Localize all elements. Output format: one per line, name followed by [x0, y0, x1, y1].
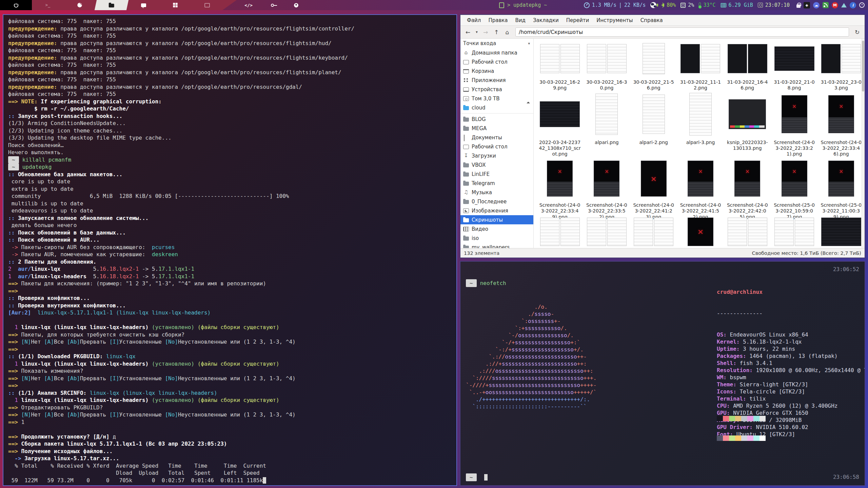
volume-module[interactable]: 80% [661, 2, 676, 8]
up-button[interactable]: ↑ [492, 28, 501, 37]
file-item[interactable]: ksnip_20220323-130133.png [724, 91, 771, 157]
sidebar-item-Загрузки[interactable]: ↧Загрузки [460, 151, 533, 160]
folder-icon [463, 237, 469, 241]
diamond-icon[interactable]: ◈ [804, 2, 810, 8]
menu-Правка[interactable]: Правка [485, 16, 511, 25]
info-icon[interactable]: i [850, 2, 856, 8]
sidebar-item-Устройства[interactable]: Устройства [460, 85, 533, 94]
triangle-icon[interactable] [841, 3, 847, 7]
file-item[interactable] [583, 220, 630, 244]
sidebar-item-0_Последнее[interactable]: 0_Последнее [460, 197, 533, 206]
cast-icon[interactable] [823, 2, 829, 8]
sidebar-item-MEGA[interactable]: MEGA [460, 124, 533, 133]
fm-scrollbar-thumb[interactable] [862, 41, 864, 92]
sidebar-mode-select[interactable]: Точки входа ▾ [460, 39, 533, 48]
workspace-chat[interactable] [127, 0, 159, 10]
reload-button[interactable]: ↻ [852, 28, 862, 37]
file-manager-window[interactable]: ФайлПравкаВидЗакладкиПерейтиИнструментыС… [460, 14, 865, 258]
workspace-power[interactable] [0, 0, 32, 10]
keyhole-icon[interactable] [859, 2, 865, 8]
terminal-window-neofetch[interactable]: ~ neofetch 23:06:52 ./o. ./sssso- `:osss… [460, 261, 865, 486]
eject-icon[interactable] [527, 96, 531, 102]
file-item[interactable]: × [677, 220, 724, 244]
back-button[interactable]: ← [463, 28, 473, 37]
workspace-tilix[interactable] [284, 0, 308, 10]
file-item[interactable]: alpari-2.png [630, 91, 677, 157]
sidebar-item-Корзина[interactable]: Корзина [460, 66, 533, 76]
sidebar-item-Скриншоты[interactable]: Скриншоты [460, 215, 533, 224]
path-input[interactable]: /home/crud/Скриншоты [515, 27, 849, 37]
file-item[interactable] [818, 220, 865, 244]
sidebar-item-Документы[interactable]: Документы [460, 133, 533, 142]
fm-scrollbar[interactable] [861, 39, 865, 248]
file-item[interactable]: alpari.png [583, 91, 630, 157]
sidebar-item-LinLIFE[interactable]: LinLIFE [460, 169, 533, 179]
file-item[interactable] [771, 220, 817, 244]
menu-Закладки[interactable]: Закладки [530, 16, 562, 25]
file-item[interactable] [724, 220, 771, 244]
workspace-terminal[interactable]: >_ [32, 0, 64, 10]
workspace-key[interactable] [260, 0, 284, 10]
workspace-firefox[interactable] [64, 0, 96, 10]
sidebar-item-Рабочий стол[interactable]: Рабочий стол [460, 57, 533, 66]
file-item[interactable]: ×Screenshot-(24-03-2022_22:42:05).png [724, 157, 771, 220]
sidebar-item-my_wallpapers[interactable]: my_wallpapers [460, 243, 533, 248]
neofetch-bottom-prompt[interactable]: ~ [466, 473, 488, 481]
lock-icon[interactable] [796, 4, 801, 8]
menu-Инструменты[interactable]: Инструменты [593, 16, 636, 25]
file-item[interactable]: 31-03-2022_21-08.png [771, 40, 817, 91]
file-item[interactable]: 2022-03-24-223742_1308x710_scrot.png [536, 91, 583, 157]
mega-icon[interactable]: M [832, 2, 838, 8]
file-item[interactable]: 30-03-2022_16-29.png [536, 40, 583, 91]
history-dropdown[interactable]: ▾ [474, 28, 479, 37]
sidebar-item-Том 3,0 ТВ[interactable]: Том 3,0 ТВ [460, 94, 533, 103]
globe-icon[interactable] [650, 2, 656, 8]
sidebar-item-Видео[interactable]: Видео [460, 224, 533, 233]
sidebar-item-Изображения[interactable]: Изображения [460, 206, 533, 215]
sidebar-item-VBOX[interactable]: VBOX [460, 160, 533, 169]
sidebar-item-Telegram[interactable]: Telegram [460, 179, 533, 188]
file-item[interactable]: ×Screenshot-(24-03-2022_22:33:46).png [818, 91, 865, 157]
menu-Перейти[interactable]: Перейти [563, 16, 592, 25]
menu-Справка[interactable]: Справка [637, 16, 666, 25]
file-item[interactable] [630, 220, 677, 244]
file-item[interactable]: 31-03-2022_16-46.png [724, 40, 771, 91]
sidebar-item-Приложения[interactable]: Приложения [460, 76, 533, 85]
file-item[interactable] [536, 220, 583, 244]
system-tray: ◈ ☁ M i [796, 2, 865, 8]
menu-Вид[interactable]: Вид [512, 16, 529, 25]
sidebar-item-Музыка[interactable]: ♫Музыка [460, 188, 533, 197]
terminal-window-updatepkg[interactable]: файловая система: 775 пакет: 755предупре… [3, 14, 457, 486]
workspace-code[interactable]: </> [237, 0, 260, 10]
file-item[interactable]: ×Screenshot-(25-03-2022_10:59:07).png [771, 157, 817, 220]
file-item[interactable]: alpari-3.png [677, 91, 724, 157]
terminal-line: 2 aur/linux-lqx 5.16.18.lqx2-1 -> 5.17.1… [8, 265, 452, 273]
home-button[interactable]: ⌂ [502, 28, 512, 37]
sidebar-item-Домашняя папка[interactable]: ⌂Домашняя папка [460, 48, 533, 57]
file-item[interactable]: ×Screenshot-(24-03-2022_22:33:49).png [536, 157, 583, 220]
workspace-image[interactable] [191, 0, 223, 10]
file-item[interactable]: ×Screenshot-(24-03-2022_22:33:52).png [583, 157, 630, 220]
file-item[interactable]: ×Screenshot-(25-03-2022_11:00:39).png [818, 157, 865, 220]
forward-button[interactable]: → [481, 28, 490, 37]
file-item[interactable]: ×Screenshot-(24-03-2022_22:41:52).png [677, 157, 724, 220]
file-item[interactable]: ×Screenshot-(24-03-2022_22:41:23).png [630, 157, 677, 220]
terminal-line: 59 122M 59 73.2M 0 0 705k 0 0:02:57 0:01… [8, 477, 452, 484]
file-item[interactable]: ×Screenshot-(24-03-2022_22:33:21).png [771, 91, 817, 157]
menu-Файл[interactable]: Файл [464, 16, 484, 25]
clock-module[interactable]: 23:07:10 [758, 2, 790, 8]
file-row: × [536, 220, 865, 244]
workspace-windows[interactable] [159, 0, 191, 10]
sidebar-item-BLOG[interactable]: BLOG [460, 115, 533, 124]
cloud-icon[interactable]: ☁ [813, 2, 820, 8]
file-item[interactable]: 31-03-2022_23-03.png [818, 40, 865, 91]
sidebar-item-cloud[interactable]: cloud [460, 103, 533, 112]
sidebar-item-iso[interactable]: iso [460, 233, 533, 243]
sidebar-item-Рабочий стол[interactable]: Рабочий стол [460, 142, 533, 151]
file-item[interactable]: 31-03-2022_11-12.png [677, 40, 724, 91]
workspace-files-active[interactable] [95, 0, 129, 10]
focused-window-title[interactable]: > updatepkg ~ [499, 0, 547, 10]
file-item[interactable]: 30-03-2022_21-56.png [630, 40, 677, 91]
file-item[interactable]: 30-03-2022_16-30.png [583, 40, 630, 91]
terminal-icon: >_ [45, 3, 50, 7]
